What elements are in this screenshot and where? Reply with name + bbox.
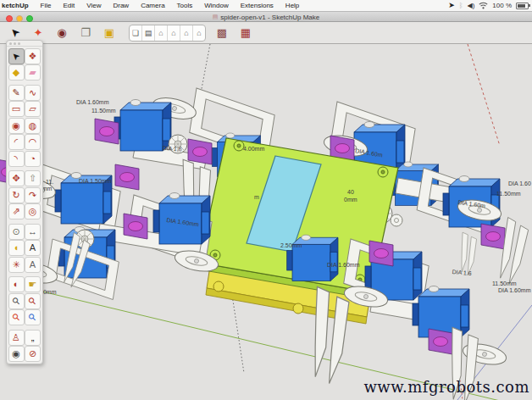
watermark: www.mfgrobots.com: [363, 378, 529, 396]
screen: { "menu_bar": { "app_name": "ketchUp", "…: [0, 0, 532, 400]
dimension-icon: ↔: [28, 227, 37, 236]
standard-views-segment: ❏▤⌂⌂⌂⌂: [129, 25, 206, 42]
menu-item-window[interactable]: Window: [198, 2, 234, 9]
servo-top-left: [114, 100, 171, 152]
volume-icon[interactable]: ◀): [467, 3, 474, 9]
push-pull-tool[interactable]: ⇧: [25, 170, 41, 186]
polygon-tool[interactable]: ◍: [25, 118, 41, 134]
menu-item-edit[interactable]: Edit: [57, 2, 80, 9]
palette-group-divider: [8, 81, 42, 84]
three-point-arc-tool[interactable]: ◝: [8, 151, 25, 167]
view-back-icon: ⌂: [171, 29, 175, 37]
dimension-label: 11.50mm: [492, 281, 517, 286]
zoom-extents-tool[interactable]: ⚲: [8, 309, 25, 325]
orbit-tool[interactable]: ◐: [8, 276, 25, 292]
toolbar-main-buttons: ➤✦◉❐▣: [5, 25, 124, 42]
two-point-arc-tool[interactable]: ◠: [25, 134, 41, 150]
menu-item-file[interactable]: File: [35, 2, 58, 9]
tape-measure-tool[interactable]: ⊙: [8, 224, 25, 240]
menu-item-camera[interactable]: Camera: [135, 2, 170, 9]
walk-tool[interactable]: „: [25, 330, 41, 346]
arc-tool[interactable]: ◜: [8, 134, 25, 150]
document-icon: ▤: [213, 14, 219, 20]
orbit-globe-button[interactable]: ◉: [53, 25, 71, 42]
menu-item-tools[interactable]: Tools: [171, 2, 199, 9]
protractor-tool[interactable]: ◖: [8, 240, 25, 256]
move-icon: ✥: [12, 174, 19, 183]
section-plane-tool[interactable]: ⊘: [25, 346, 41, 362]
toolbar: ➤✦◉❐▣ ❏▤⌂⌂⌂⌂ ▩▦: [0, 22, 532, 44]
three-point-arc-icon: ◝: [14, 154, 18, 164]
dimension-label: 40: [347, 189, 354, 195]
rotate-tool[interactable]: ↻: [8, 187, 25, 203]
make-component-tool[interactable]: ❖: [25, 48, 41, 64]
line-tool[interactable]: ✎: [8, 85, 25, 101]
offset-tool[interactable]: ◎: [25, 203, 41, 219]
select-tool[interactable]: ➤: [8, 48, 25, 64]
previous-icon: ⚲: [27, 312, 38, 323]
view-left-button[interactable]: ⌂: [180, 25, 193, 41]
model-viewport-svg[interactable]: [0, 44, 532, 400]
zoom-window-icon: ⚲: [27, 295, 38, 306]
select-cursor-button[interactable]: ➤: [5, 25, 24, 42]
select-cursor-icon: ➤: [8, 25, 22, 40]
view-top-button[interactable]: ▤: [142, 25, 155, 41]
pie-icon: ◔: [30, 154, 36, 164]
wifi-icon[interactable]: [479, 2, 488, 9]
purple-bracket-bottom-right: [369, 241, 393, 266]
axes-tool[interactable]: ✳: [8, 257, 25, 273]
rotate-icon: ↻: [12, 191, 19, 200]
window-title-bar: ▤ spider-open-v1 - SketchUp Make: [0, 12, 532, 22]
palette-header[interactable]: [7, 41, 42, 47]
rotated-rectangle-tool[interactable]: ▱: [25, 101, 41, 117]
menu-app-name[interactable]: ketchUp: [0, 2, 35, 9]
instructor-button[interactable]: ✦: [29, 25, 47, 42]
dimension-label: 11.50mm: [91, 108, 116, 114]
paint-bucket-tool[interactable]: ◆: [8, 64, 25, 81]
materials-button[interactable]: ▦: [236, 25, 255, 42]
orbit-icon: ◐: [14, 280, 19, 289]
view-iso-button[interactable]: ❏: [130, 25, 142, 41]
model-canvas[interactable]: DIA 1.60mm11.50mmDIA 1.50mm11.60mmDIA 1.…: [0, 44, 532, 400]
menu-item-draw[interactable]: Draw: [107, 2, 135, 9]
look-around-tool[interactable]: ◉: [8, 346, 25, 362]
view-top-icon: ▤: [145, 29, 152, 37]
menu-item-help[interactable]: Help: [280, 2, 305, 9]
menu-item-extensions[interactable]: Extensions: [235, 2, 280, 9]
eraser-tool[interactable]: ▰: [25, 64, 41, 81]
axes-icon: ✳: [12, 260, 19, 269]
purple-bracket-right: [481, 224, 505, 249]
menu-item-view[interactable]: View: [80, 2, 107, 9]
tape-measure-icon: ⊙: [12, 227, 19, 236]
move-tool[interactable]: ✥: [8, 170, 25, 186]
scale-tool[interactable]: ⇗: [8, 203, 25, 219]
look-around-icon: ◉: [12, 349, 20, 358]
position-camera-tool[interactable]: ♙: [8, 330, 25, 346]
palette-dot: [9, 42, 12, 45]
follow-me-tool[interactable]: ↷: [25, 187, 41, 203]
bluetooth-icon[interactable]: ᛒ: [459, 3, 463, 9]
iso-cube-button[interactable]: ▣: [100, 25, 119, 42]
text-tool[interactable]: A: [25, 240, 41, 256]
dimension-tool[interactable]: ↔: [25, 224, 41, 240]
styles-button[interactable]: ▩: [213, 25, 231, 42]
pan-tool[interactable]: ☛: [25, 276, 41, 292]
3d-text-tool[interactable]: A: [25, 257, 41, 273]
send-icon[interactable]: ➤: [448, 2, 455, 9]
view-right-button[interactable]: ⌂: [193, 25, 205, 41]
view-front-button[interactable]: ⌂: [155, 25, 168, 41]
circle-tool[interactable]: ◉: [8, 118, 25, 134]
previous-tool[interactable]: ⚲: [25, 309, 41, 325]
view-back-button[interactable]: ⌂: [168, 25, 180, 41]
freehand-tool[interactable]: ∿: [25, 85, 41, 101]
dimension-label: DIA 1.60mm: [76, 99, 109, 105]
pie-tool[interactable]: ◔: [25, 151, 41, 167]
dimension-label: DIA 1.60mm: [498, 287, 531, 293]
menu-bar: ketchUpFileEditViewDrawCameraToolsWindow…: [0, 0, 532, 12]
iso-cube-icon: ▣: [104, 27, 114, 38]
components-button[interactable]: ❐: [76, 25, 95, 42]
zoom-tool[interactable]: ⚲: [8, 293, 25, 309]
purple-bracket-bottom-outer: [429, 329, 452, 354]
zoom-window-tool[interactable]: ⚲: [25, 293, 41, 309]
rectangle-tool[interactable]: ▭: [8, 101, 25, 117]
